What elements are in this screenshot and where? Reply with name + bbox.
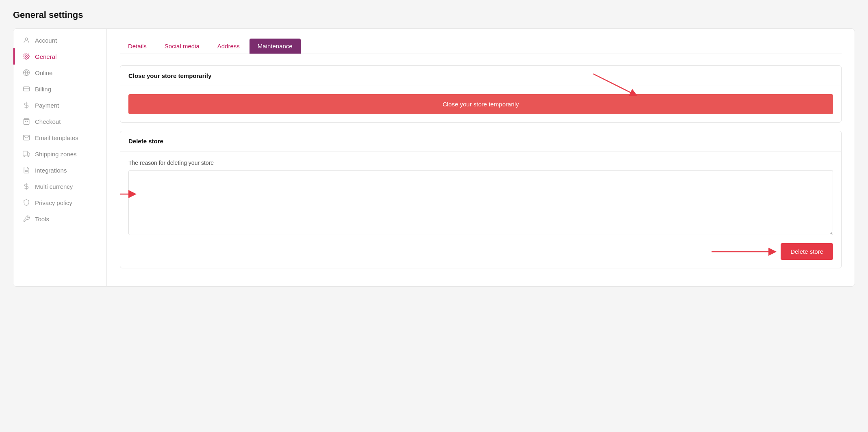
sidebar-item-multi-currency-label: Multi currency [35, 183, 73, 190]
sidebar-item-shipping-zones-label: Shipping zones [35, 151, 77, 158]
sidebar-item-email-templates[interactable]: Email templates [13, 130, 106, 146]
person-icon [23, 37, 30, 44]
sidebar-item-online[interactable]: Online [13, 65, 106, 81]
tab-address[interactable]: Address [209, 39, 248, 54]
tab-details[interactable]: Details [120, 39, 155, 54]
sidebar-item-payment-label: Payment [35, 102, 59, 109]
close-store-title: Close your store temporarily [120, 66, 841, 86]
svg-point-0 [25, 38, 28, 40]
sidebar-item-email-templates-label: Email templates [35, 134, 78, 141]
dollar2-icon [23, 183, 30, 190]
delete-store-button[interactable]: Delete store [781, 243, 833, 260]
card-icon [23, 85, 30, 93]
svg-point-9 [28, 155, 29, 157]
globe-icon [23, 69, 30, 76]
close-store-body: Close your store temporarily [120, 86, 841, 122]
sidebar-item-general[interactable]: General [13, 48, 106, 65]
sidebar-item-shipping-zones[interactable]: Shipping zones [13, 146, 106, 162]
svg-rect-7 [23, 151, 28, 155]
sidebar-item-checkout-label: Checkout [35, 118, 61, 125]
sidebar-item-billing-label: Billing [35, 86, 51, 93]
tools-icon [23, 215, 30, 222]
sidebar-item-billing[interactable]: Billing [13, 81, 106, 97]
close-store-button[interactable]: Close your store temporarily [128, 94, 833, 114]
sidebar-item-general-label: General [35, 53, 56, 60]
delete-reason-label: The reason for deleting your store [128, 160, 833, 166]
delete-reason-textarea[interactable] [128, 170, 833, 235]
sidebar-item-online-label: Online [35, 69, 52, 76]
sidebar-item-account[interactable]: Account [13, 32, 106, 48]
sidebar-item-integrations-label: Integrations [35, 167, 67, 174]
sidebar: Account General [13, 29, 107, 286]
sidebar-item-tools[interactable]: Tools [13, 211, 106, 227]
page-title: General settings [13, 10, 855, 20]
tab-maintenance[interactable]: Maintenance [250, 39, 301, 54]
content-area: Details Social media Address Maintenance… [107, 29, 855, 286]
sidebar-item-multi-currency[interactable]: Multi currency [13, 178, 106, 194]
sidebar-item-account-label: Account [35, 37, 57, 44]
svg-point-1 [26, 56, 28, 58]
svg-point-8 [24, 155, 25, 157]
delete-store-footer: Delete store [128, 237, 833, 260]
svg-rect-3 [24, 87, 30, 91]
sidebar-item-privacy-policy-label: Privacy policy [35, 199, 72, 206]
tab-bar: Details Social media Address Maintenance [120, 39, 842, 54]
sidebar-item-checkout[interactable]: Checkout [13, 113, 106, 130]
sidebar-item-privacy-policy[interactable]: Privacy policy [13, 194, 106, 211]
close-store-card: Close your store temporarily Clos [120, 65, 842, 123]
cart-icon [23, 118, 30, 125]
delete-store-body: The reason for deleting your store [120, 151, 841, 268]
mail-icon [23, 134, 30, 141]
sidebar-item-integrations[interactable]: Integrations [13, 162, 106, 178]
document-icon [23, 166, 30, 174]
tab-social-media[interactable]: Social media [156, 39, 208, 54]
delete-store-title: Delete store [120, 131, 841, 151]
truck-icon [23, 150, 30, 158]
gear-icon [23, 53, 30, 60]
dollar-icon [23, 102, 30, 109]
shield-icon [23, 199, 30, 206]
sidebar-item-payment[interactable]: Payment [13, 97, 106, 113]
delete-store-card: Delete store The reaso [120, 131, 842, 268]
arrow-delete-button [707, 244, 777, 260]
sidebar-item-tools-label: Tools [35, 216, 49, 222]
